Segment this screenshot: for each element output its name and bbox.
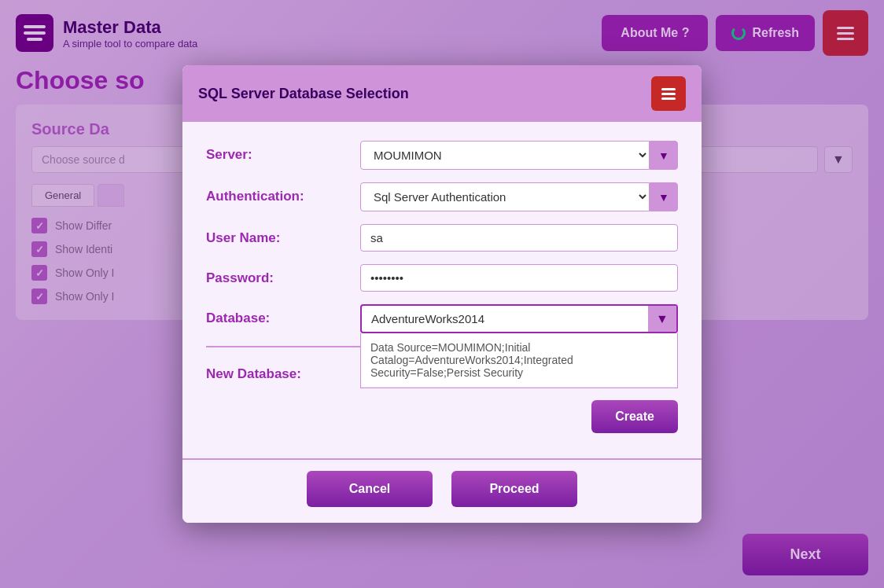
create-button-row: Create — [206, 400, 678, 433]
modal-header: SQL Server Database Selection — [182, 65, 702, 122]
auth-dropdown-arrow[interactable]: ▼ — [650, 182, 678, 211]
server-select[interactable]: MOUMIMON — [360, 141, 650, 170]
server-row: Server: MOUMIMON ▼ — [206, 141, 678, 170]
modal-title: SQL Server Database Selection — [198, 86, 409, 102]
server-dropdown-arrow[interactable]: ▼ — [650, 141, 678, 170]
new-database-label: New Database: — [206, 366, 348, 382]
username-control — [360, 224, 678, 252]
modal-overlay: SQL Server Database Selection Server: MO… — [0, 0, 884, 588]
password-row: Password: — [206, 264, 678, 292]
database-dropdown-item[interactable]: Data Source=MOUMIMON;Initial Catalog=Adv… — [361, 333, 677, 388]
modal-close-button[interactable] — [651, 76, 686, 111]
cancel-button[interactable]: Cancel — [307, 471, 433, 507]
auth-label: Authentication: — [206, 182, 348, 204]
create-button[interactable]: Create — [591, 400, 678, 433]
modal-body: Server: MOUMIMON ▼ Authentication: Sql S… — [182, 122, 702, 458]
proceed-button[interactable]: Proceed — [451, 471, 577, 507]
database-label: Database: — [206, 304, 348, 326]
modal-footer: Cancel Proceed — [182, 458, 702, 523]
database-dropdown-arrow[interactable]: ▼ — [648, 306, 676, 332]
auth-row: Authentication: Sql Server Authenticatio… — [206, 182, 678, 211]
password-input[interactable] — [360, 264, 678, 292]
auth-select[interactable]: Sql Server Authentication — [360, 182, 650, 211]
server-control: MOUMIMON ▼ — [360, 141, 678, 170]
database-dropdown-list[interactable]: Data Source=MOUMIMON;Initial Catalog=Adv… — [360, 333, 678, 388]
database-dropdown-wrapper: AdventureWorks2014 ▼ Data Source=MOUMIMO… — [360, 304, 678, 333]
username-row: User Name: — [206, 224, 678, 252]
close-bar — [661, 88, 676, 90]
modal-dialog: SQL Server Database Selection Server: MO… — [182, 65, 702, 523]
close-bar — [661, 93, 676, 95]
auth-control: Sql Server Authentication ▼ — [360, 182, 678, 211]
database-selected-value: AdventureWorks2014 — [362, 306, 648, 332]
server-label: Server: — [206, 141, 348, 163]
username-input[interactable] — [360, 224, 678, 252]
password-label: Password: — [206, 264, 348, 286]
username-label: User Name: — [206, 224, 348, 246]
password-control — [360, 264, 678, 292]
database-row: Database: AdventureWorks2014 ▼ Data Sour… — [206, 304, 678, 333]
database-select-box[interactable]: AdventureWorks2014 ▼ — [360, 304, 678, 333]
close-bar — [661, 97, 676, 100]
